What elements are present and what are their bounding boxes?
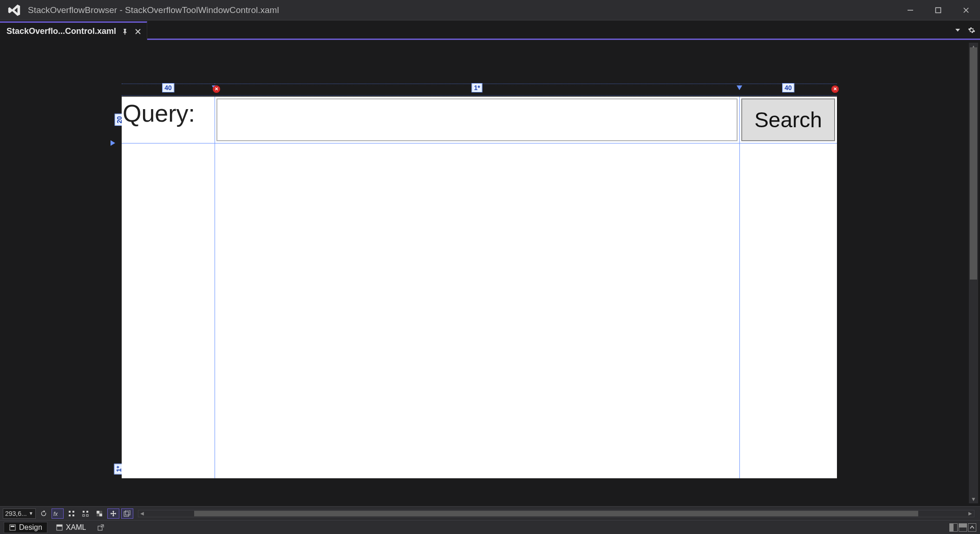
window-title: StackOverflowBrowser - StackOverflowTool… — [28, 5, 279, 15]
app-name: StackOverflowBrowser — [28, 5, 117, 15]
horizontal-split-button[interactable] — [959, 523, 967, 532]
snap-lines-button[interactable] — [79, 508, 91, 519]
vertical-split-button[interactable] — [949, 523, 958, 532]
split-orientation-buttons — [949, 523, 976, 532]
query-textbox[interactable] — [216, 98, 738, 141]
grid-row-line[interactable] — [122, 143, 837, 143]
search-button-label: Search — [754, 107, 822, 132]
svg-rect-19 — [125, 510, 130, 515]
design-view-icon — [9, 524, 16, 531]
window-maximize-button[interactable] — [924, 0, 952, 20]
popout-icon — [97, 524, 105, 531]
document-tab-label: StackOverflo...Control.xaml — [7, 26, 116, 36]
svg-rect-13 — [83, 514, 85, 516]
xaml-designer-area: 40 1* 40 20 1* — [0, 40, 980, 506]
svg-text:fx: fx — [53, 511, 58, 517]
svg-rect-23 — [57, 525, 62, 527]
svg-rect-21 — [11, 526, 14, 527]
window-close-button[interactable] — [952, 0, 980, 20]
svg-rect-12 — [86, 511, 88, 513]
disable-project-code-button[interactable] — [121, 508, 133, 519]
grid-col-0-size[interactable]: 40 — [162, 83, 174, 92]
search-button[interactable]: Search — [741, 98, 835, 141]
svg-rect-10 — [72, 514, 74, 516]
designer-pane-tabs: Design XAML — [0, 520, 980, 534]
toggle-artboard-bg-button[interactable] — [93, 508, 105, 519]
svg-rect-11 — [83, 511, 85, 513]
designer-toolbar: 293,6... ▼ fx ◀ ▶ — [0, 506, 980, 520]
scroll-right-arrow-icon[interactable]: ▶ — [967, 510, 974, 517]
svg-rect-16 — [97, 511, 99, 514]
grid-col-2-size[interactable]: 40 — [782, 83, 794, 92]
xaml-view-icon — [56, 524, 63, 531]
active-files-dropdown-icon[interactable] — [952, 25, 963, 36]
grid-column-ruler[interactable]: 40 1* 40 — [122, 84, 837, 96]
design-pane-tab[interactable]: Design — [4, 522, 47, 533]
svg-rect-8 — [72, 511, 74, 513]
effects-fx-button[interactable]: fx — [52, 508, 64, 519]
query-label: Query: — [123, 99, 195, 127]
design-surface[interactable]: Query: Search — [122, 97, 837, 478]
svg-rect-7 — [69, 511, 71, 513]
scroll-thumb[interactable] — [970, 47, 977, 280]
vertical-scrollbar[interactable]: ▲ ▼ — [969, 43, 978, 503]
grid-row-ruler[interactable]: 20 1* — [109, 97, 121, 478]
xaml-pane-tab[interactable]: XAML — [51, 522, 91, 533]
pan-mode-button[interactable] — [107, 508, 119, 519]
grid-column-line[interactable] — [739, 97, 740, 478]
scroll-left-arrow-icon[interactable]: ◀ — [138, 510, 146, 517]
svg-rect-17 — [99, 514, 102, 516]
scroll-down-arrow-icon[interactable]: ▼ — [969, 495, 978, 503]
grid-col-1-size[interactable]: 1* — [471, 83, 482, 92]
grid-column-line[interactable] — [215, 97, 215, 478]
popout-button[interactable] — [94, 522, 107, 533]
title-separator: - — [117, 5, 125, 15]
snap-grid-button[interactable] — [65, 508, 78, 519]
design-canvas-wrapper: 40 1* 40 20 1* — [122, 97, 837, 478]
title-bar: StackOverflowBrowser - StackOverflowTool… — [0, 0, 980, 20]
xaml-tab-label: XAML — [66, 523, 86, 532]
document-tab-strip: StackOverflo...Control.xaml — [0, 20, 980, 40]
svg-rect-14 — [86, 514, 88, 516]
window-minimize-button[interactable] — [896, 0, 924, 20]
refresh-button[interactable] — [38, 508, 50, 519]
visual-studio-logo-icon — [4, 0, 24, 20]
tab-options-gear-icon[interactable] — [966, 25, 977, 36]
svg-rect-20 — [10, 525, 15, 530]
grid-col-lock-icon[interactable] — [831, 85, 839, 93]
collapse-pane-button[interactable] — [968, 523, 976, 532]
design-tab-label: Design — [19, 523, 42, 532]
pin-icon[interactable] — [121, 27, 129, 36]
svg-rect-1 — [936, 7, 941, 13]
scroll-thumb[interactable] — [194, 511, 918, 516]
zoom-value: 293,6... — [5, 510, 27, 517]
zoom-combobox[interactable]: 293,6... ▼ — [3, 508, 36, 519]
close-icon[interactable] — [134, 27, 142, 36]
svg-rect-9 — [69, 514, 71, 516]
document-tab-active[interactable]: StackOverflo...Control.xaml — [0, 21, 147, 40]
designer-viewport[interactable]: 40 1* 40 20 1* — [2, 43, 967, 503]
chevron-down-icon: ▼ — [29, 511, 33, 516]
horizontal-scrollbar[interactable]: ◀ ▶ — [138, 510, 974, 517]
svg-rect-18 — [124, 512, 129, 516]
document-name: StackOverflowToolWindowControl.xaml — [125, 5, 279, 15]
